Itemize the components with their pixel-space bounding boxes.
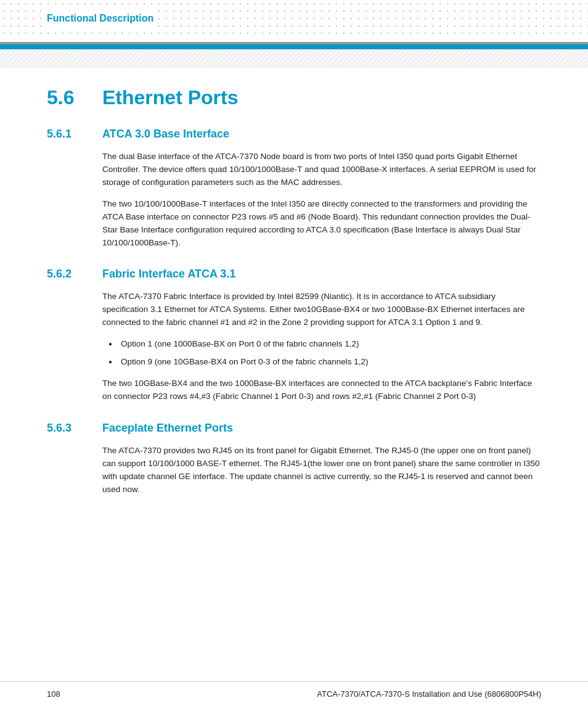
- section-563-number: 5.6.3: [47, 422, 90, 435]
- footer-doc-title: ATCA-7370/ATCA-7370-S Installation and U…: [317, 689, 541, 699]
- section-561-number: 5.6.1: [47, 128, 90, 141]
- bullet-item-2: Option 9 (one 10GBase-BX4 on Port 0-3 of…: [108, 356, 541, 369]
- section-56-title: Ethernet Ports: [102, 86, 238, 109]
- section-561-para2: The two 10/100/1000Base-T interfaces of …: [102, 198, 541, 250]
- header-title-container: Functional Description: [0, 0, 588, 37]
- header-blue-bar: [0, 44, 588, 49]
- section-56-number: 5.6: [47, 86, 90, 109]
- footer: 108 ATCA-7370/ATCA-7370-S Installation a…: [0, 681, 588, 706]
- section-563-heading: 5.6.3 Faceplate Ethernet Ports: [47, 422, 541, 435]
- section-563-para: The ATCA-7370 provides two RJ45 on its f…: [102, 445, 541, 496]
- section-562-heading: 5.6.2 Fabric Interface ATCA 3.1: [47, 268, 541, 281]
- section-56-heading: 5.6 Ethernet Ports: [47, 86, 541, 109]
- section-562-para2: The two 10GBase-BX4 and the two 1000Base…: [102, 377, 541, 403]
- bullet-item-1: Option 1 (one 1000Base-BX on Port 0 of t…: [108, 338, 541, 351]
- section-562-para1: The ATCA-7370 Fabric Interface is provid…: [102, 290, 541, 329]
- footer-page-number: 108: [47, 689, 60, 699]
- section-562-bullets: Option 1 (one 1000Base-BX on Port 0 of t…: [108, 338, 541, 369]
- section-561-heading: 5.6.1 ATCA 3.0 Base Interface: [47, 128, 541, 141]
- section-562-title: Fabric Interface ATCA 3.1: [102, 268, 235, 281]
- main-content: 5.6 Ethernet Ports 5.6.1 ATCA 3.0 Base I…: [0, 68, 588, 542]
- section-562-number: 5.6.2: [47, 268, 90, 281]
- section-561-para1: The dual Base interface of the ATCA-7370…: [102, 150, 541, 189]
- header: Functional Description: [0, 0, 588, 49]
- header-title: Functional Description: [47, 10, 158, 27]
- section-561-title: ATCA 3.0 Base Interface: [102, 128, 229, 141]
- section-563-title: Faceplate Ethernet Ports: [102, 422, 233, 435]
- stripe-decoration: [0, 49, 588, 68]
